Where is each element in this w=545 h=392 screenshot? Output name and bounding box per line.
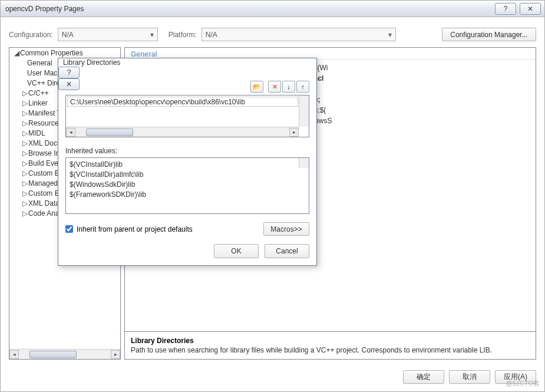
dialog-ok-button[interactable]: OK bbox=[214, 244, 259, 258]
description-text: Path to use when searching for library f… bbox=[131, 346, 530, 354]
scroll-left-icon[interactable]: ◂ bbox=[66, 128, 75, 137]
platform-combo[interactable]: N/A ▾ bbox=[202, 28, 396, 41]
move-down-icon[interactable]: ↓ bbox=[282, 81, 295, 93]
description-pane: Library Directories Path to use when sea… bbox=[125, 331, 536, 359]
configuration-manager-button[interactable]: Configuration Manager... bbox=[442, 28, 536, 41]
v-scrollbar[interactable] bbox=[299, 158, 309, 168]
library-directories-dialog: Library Directories ? ✕ 📂 ✕ ↓ ↑ C:\Users… bbox=[58, 58, 317, 266]
toolbar: 📂 ✕ ↓ ↑ bbox=[65, 81, 309, 93]
close-button[interactable]: ✕ bbox=[520, 3, 541, 15]
inherited-listbox: $(VCInstallDir)lib $(VCInstallDir)atlmfc… bbox=[65, 157, 309, 214]
configuration-value: N/A bbox=[62, 31, 74, 39]
chevron-down-icon: ▾ bbox=[388, 31, 392, 39]
bottom-buttons: 确定 取消 应用(A) bbox=[1, 365, 544, 388]
paths-listbox[interactable]: C:\Users\nee\Desktop\opencv\opencv\build… bbox=[65, 95, 309, 137]
new-line-icon[interactable]: 📂 bbox=[250, 81, 263, 93]
h-scrollbar[interactable]: ◂ ▸ bbox=[66, 127, 299, 137]
scroll-right-icon[interactable]: ▸ bbox=[111, 350, 120, 359]
scroll-right-icon[interactable]: ▸ bbox=[289, 128, 299, 137]
scroll-thumb[interactable] bbox=[29, 351, 77, 358]
platform-value: N/A bbox=[206, 31, 217, 39]
inherited-item: $(VCInstallDir)atlmfc\lib bbox=[70, 170, 305, 180]
delete-icon[interactable]: ✕ bbox=[268, 81, 281, 93]
dialog-cancel-button[interactable]: Cancel bbox=[265, 244, 309, 258]
titlebar: opencvD Property Pages ? ✕ bbox=[1, 1, 544, 17]
scroll-left-icon[interactable]: ◂ bbox=[9, 350, 19, 359]
configuration-combo[interactable]: N/A ▾ bbox=[58, 28, 158, 41]
tree-h-scrollbar[interactable]: ◂ ▸ bbox=[9, 349, 120, 359]
inherited-item: $(VCInstallDir)lib bbox=[70, 160, 305, 170]
inherit-label: Inherit from parent or project defaults bbox=[77, 225, 193, 233]
scroll-thumb[interactable] bbox=[86, 129, 133, 136]
watermark: @51CTO客 bbox=[506, 379, 540, 388]
description-title: Library Directories bbox=[131, 337, 530, 345]
config-row: Configuration: N/A ▾ Platform: N/A ▾ Con… bbox=[9, 28, 536, 41]
inherited-item: $(FrameworkSDKDir)\lib bbox=[70, 190, 305, 200]
path-entry[interactable]: C:\Users\nee\Desktop\opencv\opencv\build… bbox=[67, 97, 298, 107]
window-title: opencvD Property Pages bbox=[1, 5, 495, 13]
configuration-label: Configuration: bbox=[9, 31, 53, 39]
help-button[interactable]: ? bbox=[495, 3, 516, 15]
dialog-title: Library Directories bbox=[58, 58, 316, 67]
chevron-down-icon: ▾ bbox=[150, 31, 154, 39]
cancel-button[interactable]: 取消 bbox=[449, 370, 490, 384]
inherited-label: Inherited values: bbox=[65, 147, 309, 155]
v-scrollbar[interactable] bbox=[299, 95, 309, 127]
platform-label: Platform: bbox=[169, 31, 197, 39]
tree-root[interactable]: ◢Common Properties bbox=[9, 48, 120, 58]
macros-button[interactable]: Macros>> bbox=[263, 222, 309, 236]
dialog-titlebar: Library Directories ? ✕ bbox=[58, 58, 316, 75]
inherited-item: $(WindowsSdkDir)lib bbox=[70, 180, 305, 190]
ok-button[interactable]: 确定 bbox=[403, 370, 444, 384]
move-up-icon[interactable]: ↑ bbox=[296, 81, 309, 93]
inherit-checkbox[interactable] bbox=[65, 225, 73, 233]
